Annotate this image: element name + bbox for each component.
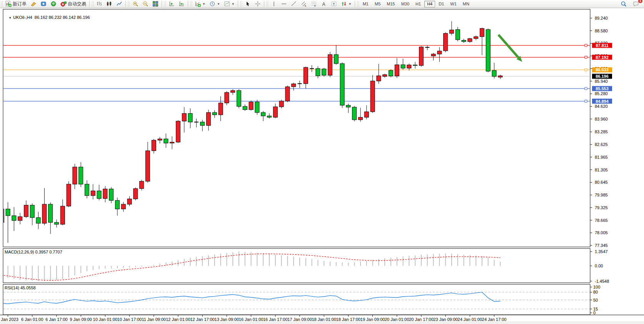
- toolbar-grip: [1, 1, 3, 7]
- search-button[interactable]: [619, 0, 629, 8]
- cursor-button[interactable]: [243, 0, 253, 8]
- svg-text:89.240: 89.240: [595, 16, 608, 20]
- indicators-icon: [195, 1, 201, 7]
- svg-text:16 Jan 17:00: 16 Jan 17:00: [263, 317, 288, 321]
- timeframe-h4-button[interactable]: H4: [424, 1, 435, 7]
- svg-text:86.533: 86.533: [596, 67, 609, 72]
- new-order-button[interactable]: 新订单: [3, 0, 28, 8]
- svg-text:80: 80: [593, 290, 598, 294]
- svg-text:100: 100: [593, 285, 600, 289]
- text-button[interactable]: A: [319, 0, 329, 8]
- tile-windows-button[interactable]: [150, 0, 160, 8]
- chat-button[interactable]: 1: [631, 0, 641, 8]
- line-chart-button[interactable]: [114, 0, 124, 8]
- signals-button[interactable]: [48, 0, 58, 8]
- svg-text:88.580: 88.580: [595, 29, 608, 33]
- tile-windows-icon: [152, 1, 158, 7]
- label-button[interactable]: T: [329, 0, 339, 8]
- shapes-icon: [341, 1, 347, 7]
- svg-text:E: E: [305, 5, 306, 7]
- timeframe-m15-button[interactable]: M15: [384, 1, 397, 7]
- svg-text:5 Jan 2023: 5 Jan 2023: [0, 317, 18, 321]
- timeframe-m1-button[interactable]: M1: [360, 1, 371, 7]
- auto-trading-icon: [60, 1, 67, 7]
- svg-text:19 Jan 09:00: 19 Jan 09:00: [360, 317, 385, 321]
- svg-text:86.196: 86.196: [596, 74, 609, 79]
- arrows-button[interactable]: ▼: [339, 0, 354, 8]
- chevron-down-icon: ▼: [232, 2, 235, 6]
- indicators-button[interactable]: ▼: [193, 0, 207, 8]
- cursor-icon: [245, 1, 251, 7]
- timeframe-w1-button[interactable]: W1: [447, 1, 459, 7]
- search-icon: [621, 1, 627, 7]
- svg-text:85.940: 85.940: [595, 79, 608, 84]
- auto-trading-button-label: 自动交易: [68, 1, 86, 7]
- candlestick-chart-button[interactable]: [104, 0, 114, 8]
- community-icon: [40, 1, 47, 7]
- community-button[interactable]: [38, 0, 48, 8]
- bar-chart-icon: [96, 1, 102, 7]
- zoom-in-button[interactable]: [130, 0, 140, 8]
- svg-text:T: T: [333, 2, 335, 6]
- fibonacci-button[interactable]: F: [309, 0, 319, 8]
- timeframe-m30-button[interactable]: M30: [399, 1, 412, 7]
- svg-text:9 Jan 09:00: 9 Jan 09:00: [70, 317, 92, 321]
- new-order-icon: [5, 1, 12, 7]
- svg-text:79.985: 79.985: [595, 193, 608, 197]
- chevron-down-icon: ▼: [349, 2, 352, 6]
- zoom-out-button[interactable]: [140, 0, 150, 8]
- trendline-button[interactable]: [289, 0, 299, 8]
- toolbar-grip: [128, 1, 130, 7]
- timeframe-d1-button[interactable]: D1: [436, 1, 447, 7]
- svg-text:83.285: 83.285: [595, 129, 608, 134]
- svg-text:78.005: 78.005: [595, 230, 608, 235]
- chevron-down-icon: ▼: [217, 2, 220, 6]
- svg-text:79.325: 79.325: [595, 205, 608, 210]
- periods-button[interactable]: ▼: [207, 0, 222, 8]
- toolbar-grip: [190, 1, 192, 7]
- svg-text:0.00: 0.00: [595, 264, 603, 268]
- auto-trading-button[interactable]: 自动交易: [58, 0, 88, 8]
- chart-window: 89.24088.58087.92087.26086.60085.94085.2…: [0, 8, 644, 321]
- chat-badge: 1: [638, 0, 642, 3]
- svg-text:24 Jan 17:00: 24 Jan 17:00: [482, 317, 507, 321]
- status-strip: [0, 321, 644, 324]
- svg-text:11 Jan 09:00: 11 Jan 09:00: [142, 317, 166, 321]
- fibo-icon: F: [311, 1, 317, 7]
- profile-back-button[interactable]: [167, 0, 177, 8]
- channel-button[interactable]: E: [299, 0, 309, 8]
- step-icon: [179, 1, 185, 7]
- vline-button[interactable]: [269, 0, 279, 8]
- bar-chart-button[interactable]: [94, 0, 104, 8]
- svg-text:6 Jan 01:00: 6 Jan 01:00: [21, 317, 43, 321]
- svg-text:84.894: 84.894: [596, 99, 609, 104]
- svg-text:16 Jan 01:00: 16 Jan 01:00: [239, 317, 264, 321]
- timeframe-m5-button[interactable]: M5: [372, 1, 383, 7]
- svg-text:85.553: 85.553: [596, 86, 609, 91]
- toolbar-grip: [240, 1, 242, 7]
- crosshair-button[interactable]: [253, 0, 263, 8]
- hline-button[interactable]: [279, 0, 289, 8]
- svg-text:18 Jan 01:00: 18 Jan 01:00: [312, 317, 336, 321]
- channel-icon: E: [301, 1, 307, 7]
- chart-canvas[interactable]: 89.24088.58087.92087.26086.60085.94085.2…: [0, 8, 644, 321]
- svg-text:0: 0: [593, 311, 596, 315]
- toolbar: 新订单自动交易▼▼▼EFAT▼M1M5M15M30H1H4D1W1MN 1: [0, 0, 644, 8]
- timeframe-mn-button[interactable]: MN: [460, 1, 472, 7]
- svg-text:85.280: 85.280: [595, 91, 608, 96]
- profile-forward-button[interactable]: [177, 0, 187, 8]
- toolbar-separator: [89, 1, 90, 7]
- toolbar-grip: [92, 1, 93, 7]
- toolbar-grip: [266, 1, 268, 7]
- templates-icon: [224, 1, 230, 7]
- gold-icon: [30, 1, 37, 7]
- gold-button[interactable]: [28, 0, 38, 8]
- svg-text:78.665: 78.665: [595, 218, 608, 223]
- toolbar-separator: [355, 1, 355, 7]
- timeframe-h1-button[interactable]: H1: [413, 1, 424, 7]
- svg-text:13 Jan 09:00: 13 Jan 09:00: [215, 317, 239, 321]
- svg-text:10 Jan 17:00: 10 Jan 17:00: [117, 317, 142, 321]
- svg-text:50: 50: [593, 298, 598, 302]
- svg-text:82.625: 82.625: [595, 142, 608, 147]
- templates-button[interactable]: ▼: [222, 0, 237, 8]
